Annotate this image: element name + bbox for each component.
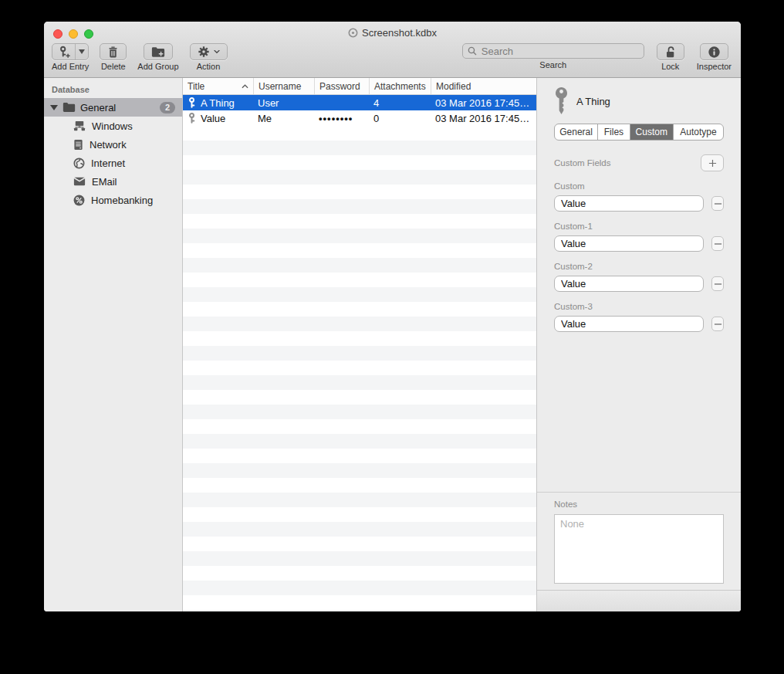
custom-fields-header: Custom Fields — [554, 158, 611, 168]
field-value-input[interactable] — [554, 235, 704, 252]
info-icon — [708, 46, 721, 59]
cell-attachments: 4 — [369, 95, 431, 110]
content-area: Database General 2 Windows — [44, 78, 741, 611]
tab-general[interactable]: General — [555, 124, 597, 140]
entry-title: A Thing — [576, 96, 610, 107]
action-button[interactable] — [190, 43, 228, 60]
search-label: Search — [539, 61, 566, 69]
cell-username: Me — [253, 110, 314, 126]
key-icon — [188, 97, 196, 108]
column-header-password[interactable]: Password — [314, 78, 369, 94]
column-header-attachments[interactable]: Attachments — [369, 78, 431, 94]
cell-modified: 03 Mar 2016 17:45… — [431, 95, 536, 110]
delete-label: Delete — [101, 63, 126, 71]
cell-title: Value — [201, 113, 225, 124]
delete-button[interactable] — [100, 43, 127, 60]
notes-textarea[interactable] — [554, 514, 724, 584]
remove-field-button[interactable] — [711, 317, 724, 331]
column-header-username[interactable]: Username — [253, 78, 314, 94]
cell-password: •••••••• — [314, 110, 369, 126]
search-item: Search — [462, 43, 644, 69]
table-row[interactable]: Value Me •••••••• 0 03 Mar 2016 17:45… — [183, 110, 536, 126]
remove-field-button[interactable] — [711, 196, 724, 211]
window-title: Screenshot.kdbx — [362, 27, 437, 39]
search-icon — [468, 46, 477, 56]
app-window: Screenshot.kdbx Add Entry — [44, 22, 741, 611]
inspector-panel: A Thing General Files Custom Autotype Cu… — [536, 78, 741, 611]
toolbar: Add Entry Delete — [52, 43, 732, 76]
field-label: Custom-3 — [554, 302, 724, 311]
add-group-item: Add Group — [137, 43, 178, 71]
lock-button[interactable] — [657, 43, 684, 60]
inspector-tabs: General Files Custom Autotype — [554, 124, 724, 141]
sidebar-item-label: Homebanking — [91, 195, 153, 206]
sidebar-item-email[interactable]: EMail — [44, 172, 182, 191]
field-value-input[interactable] — [554, 276, 704, 292]
entry-table: Title Username Password Attachments Modi… — [183, 78, 536, 611]
inspector-item: Inspector — [697, 43, 732, 71]
custom-fields-headrow: Custom Fields — [554, 154, 724, 171]
field-label: Custom-2 — [554, 262, 724, 271]
cell-attachments: 0 — [369, 110, 431, 126]
inspector-header: A Thing — [554, 86, 724, 117]
chevron-down-icon[interactable] — [75, 44, 88, 59]
tab-files[interactable]: Files — [597, 124, 629, 140]
disclosure-triangle-icon[interactable] — [50, 105, 58, 110]
search-field[interactable] — [462, 43, 644, 59]
sidebar-item-network[interactable]: Network — [44, 135, 182, 154]
window-chrome: Screenshot.kdbx Add Entry — [44, 22, 741, 78]
tab-autotype[interactable]: Autotype — [673, 124, 723, 140]
entry-count-badge: 2 — [160, 102, 175, 113]
custom-field-group: Custom — [554, 181, 724, 212]
cell-modified: 03 Mar 2016 17:45… — [431, 110, 536, 126]
unlocked-padlock-icon — [664, 46, 677, 59]
table-header: Title Username Password Attachments Modi… — [183, 78, 536, 95]
gear-icon — [198, 46, 210, 58]
key-icon — [554, 87, 569, 115]
column-header-modified[interactable]: Modified — [431, 78, 536, 94]
lock-item: Lock — [657, 43, 684, 71]
add-entry-button[interactable] — [52, 43, 89, 60]
add-entry-label: Add Entry — [52, 63, 89, 71]
add-group-button[interactable] — [144, 43, 173, 60]
search-input[interactable] — [480, 45, 639, 58]
key-icon — [188, 113, 196, 124]
remove-field-button[interactable] — [711, 236, 724, 251]
chevron-down-icon — [214, 50, 220, 54]
toolbar-right: Search Lock — [462, 43, 732, 71]
server-icon — [73, 139, 83, 151]
sidebar-item-homebanking[interactable]: Homebanking — [44, 191, 182, 209]
sidebar-section-header: Database — [52, 85, 182, 94]
column-header-title[interactable]: Title — [183, 78, 253, 94]
action-item: Action — [190, 43, 228, 71]
envelope-icon — [73, 177, 86, 186]
custom-field-group: Custom-3 — [554, 302, 724, 332]
table-row[interactable]: A Thing User 4 03 Mar 2016 17:45… — [183, 95, 536, 110]
percent-icon — [73, 195, 85, 206]
sidebar: Database General 2 Windows — [44, 78, 183, 611]
sidebar-item-internet[interactable]: Internet — [44, 154, 182, 172]
cell-username: User — [253, 95, 314, 110]
folder-icon — [63, 102, 76, 113]
remove-field-button[interactable] — [711, 276, 724, 291]
key-plus-icon[interactable] — [52, 44, 75, 59]
cell-title: A Thing — [201, 97, 235, 109]
cell-password — [314, 95, 369, 110]
add-entry-item: Add Entry — [52, 43, 89, 71]
delete-item: Delete — [100, 43, 127, 71]
sidebar-item-label: Windows — [92, 120, 133, 132]
empty-rows-area — [183, 126, 536, 611]
inspector-label: Inspector — [697, 63, 732, 71]
sidebar-item-windows[interactable]: Windows — [44, 117, 182, 135]
trash-icon — [107, 46, 119, 58]
field-value-input[interactable] — [554, 316, 704, 332]
sidebar-item-general[interactable]: General 2 — [44, 98, 182, 117]
notes-label: Notes — [554, 500, 724, 509]
add-field-button[interactable] — [701, 154, 724, 171]
sidebar-item-label: Internet — [91, 157, 125, 169]
tab-custom[interactable]: Custom — [630, 124, 673, 140]
custom-field-group: Custom-2 — [554, 262, 724, 292]
field-value-input[interactable] — [554, 195, 704, 212]
folder-plus-icon — [151, 46, 165, 58]
inspector-button[interactable] — [700, 43, 728, 60]
